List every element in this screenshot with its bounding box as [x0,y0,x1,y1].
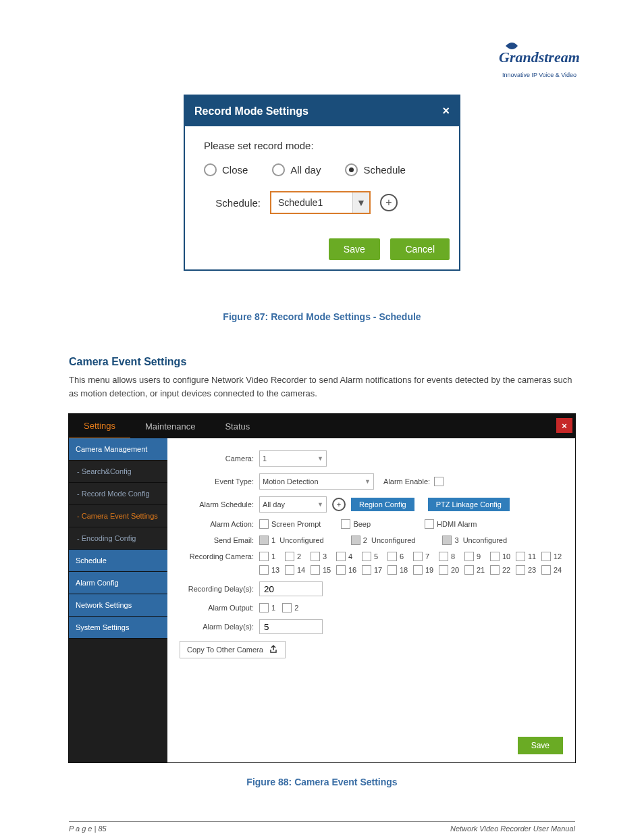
send-email-label: Send Email: [180,536,259,544]
camera-3-checkbox[interactable]: 3 [311,552,332,561]
screen-prompt-checkbox[interactable] [259,519,269,529]
alarm-output1-checkbox[interactable] [259,603,269,613]
camera-select[interactable]: 1▼ [259,450,327,467]
tab-maintenance[interactable]: Maintenance [130,415,210,438]
beep-checkbox[interactable] [341,519,350,529]
footer-page-num: | 85 [95,825,107,833]
save-button[interactable]: Save [329,238,380,260]
hdmi-alarm-checkbox[interactable] [425,519,434,529]
camera-22-checkbox[interactable]: 22 [490,565,512,575]
sidebar-item-alarm[interactable]: Alarm Config [69,572,167,594]
sidebar-item-encoding[interactable]: - Encoding Config [69,527,167,550]
region-config-button[interactable]: Region Config [351,498,414,511]
camera-9-checkbox[interactable]: 9 [464,552,486,561]
alarm-enable-checkbox[interactable] [434,477,444,486]
alarm-schedule-value: All day [263,500,285,509]
camera-19-checkbox[interactable]: 19 [413,565,435,575]
sidebar-item-camera-management[interactable]: Camera Management [69,438,167,461]
camera-11-checkbox[interactable]: 11 [516,552,537,561]
chevron-down-icon: ▼ [317,501,323,508]
email2-num: 2 [363,536,367,544]
camera-value: 1 [263,454,267,463]
logo-text: Grandstream [499,49,580,66]
alarm-enable-label: Alarm Enable: [383,477,430,486]
camera-1-checkbox[interactable]: 1 [259,552,281,561]
dialog-title: Record Mode Settings [194,105,308,118]
radio-close-label: Close [222,164,248,176]
sidebar-item-system[interactable]: System Settings [69,617,167,639]
camera-16-checkbox[interactable]: 16 [336,565,358,575]
camera-24-checkbox[interactable]: 24 [541,565,563,575]
email3-num: 3 [454,536,458,544]
add-icon[interactable]: + [332,498,346,511]
radio-allday-label: All day [290,164,321,176]
camera-10-checkbox[interactable]: 10 [490,552,512,561]
camera-23-checkbox[interactable]: 23 [516,565,537,575]
camera-label: Camera: [180,454,259,463]
ptz-linkage-button[interactable]: PTZ Linkage Config [428,498,510,511]
hdmi-alarm-label: HDMI Alarm [437,520,477,528]
copy-to-other-camera-button[interactable]: Copy To Other Camera [180,641,286,658]
recording-camera-row2: 131415161718192021222324 [259,565,563,575]
sidebar-item-record-mode[interactable]: - Record Mode Config [69,483,167,505]
camera-7-checkbox[interactable]: 7 [413,552,435,561]
sidebar-item-search[interactable]: - Search&Config [69,461,167,483]
share-icon [269,644,278,655]
chevron-down-icon: ▼ [365,478,371,485]
schedule-select[interactable]: Schedule1 ▼ [270,191,371,214]
email3-status: Unconfigured [463,536,507,544]
email2-checkbox[interactable] [351,536,360,545]
radio-allday[interactable]: All day [272,163,321,176]
alarm-delay-input[interactable] [259,619,323,634]
camera-17-checkbox[interactable]: 17 [362,565,383,575]
schedule-label: Schedule: [204,197,261,209]
section-paragraph: This menu allows users to configure Netw… [69,373,575,400]
close-icon[interactable]: × [556,418,572,433]
top-tabs: Settings Maintenance Status × [69,414,575,438]
camera-21-checkbox[interactable]: 21 [464,565,486,575]
close-icon[interactable]: × [442,104,450,118]
camera-15-checkbox[interactable]: 15 [311,565,332,575]
camera-8-checkbox[interactable]: 8 [439,552,460,561]
copy-label: Copy To Other Camera [187,646,263,654]
cancel-button[interactable]: Cancel [390,238,450,260]
camera-6-checkbox[interactable]: 6 [387,552,409,561]
camera-18-checkbox[interactable]: 18 [387,565,409,575]
add-schedule-icon[interactable]: + [380,194,398,211]
email1-status: Unconfigured [279,536,323,544]
sidebar-item-schedule[interactable]: Schedule [69,550,167,572]
chevron-down-icon: ▼ [317,455,323,462]
alarm-output-label: Alarm Output: [180,604,259,612]
screen-prompt-label: Screen Prompt [271,520,321,528]
radio-close[interactable]: Close [204,163,248,176]
save-button[interactable]: Save [518,737,563,754]
camera-5-checkbox[interactable]: 5 [362,552,383,561]
chevron-down-icon[interactable]: ▼ [352,192,369,213]
page-footer: P a g e | 85 Network Video Recorder User… [69,821,575,833]
camera-12-checkbox[interactable]: 12 [541,552,563,561]
camera-20-checkbox[interactable]: 20 [439,565,460,575]
recording-camera-label: Recording Camera: [180,552,259,561]
dialog-prompt: Please set record mode: [204,140,440,151]
radio-schedule[interactable]: Schedule [345,163,406,176]
radio-schedule-label: Schedule [363,164,406,176]
sidebar-item-network[interactable]: Network Settings [69,594,167,617]
camera-4-checkbox[interactable]: 4 [336,552,358,561]
tab-status[interactable]: Status [210,415,265,438]
recording-delay-input[interactable] [259,581,323,596]
sidebar-item-camera-event[interactable]: - Camera Event Settings [69,505,167,527]
alarm-output2-label: 2 [294,604,298,612]
camera-13-checkbox[interactable]: 13 [259,565,281,575]
camera-14-checkbox[interactable]: 14 [285,565,306,575]
sidebar: Camera Management - Search&Config - Reco… [69,438,167,762]
tab-settings[interactable]: Settings [69,414,130,439]
event-type-select[interactable]: Motion Detection▼ [259,473,374,490]
camera-2-checkbox[interactable]: 2 [285,552,306,561]
footer-page: P a g e [69,825,92,833]
email3-checkbox[interactable] [442,536,452,545]
alarm-output2-checkbox[interactable] [282,603,292,613]
email1-checkbox[interactable] [259,536,269,545]
schedule-value: Schedule1 [278,197,352,208]
alarm-schedule-select[interactable]: All day▼ [259,496,327,513]
beep-label: Beep [353,520,371,528]
